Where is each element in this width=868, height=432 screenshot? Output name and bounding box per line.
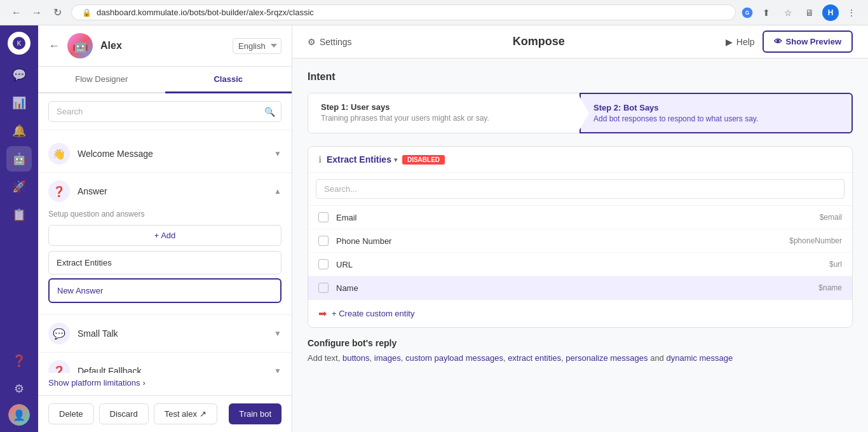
entity-name-item: Name $name bbox=[308, 276, 852, 299]
create-custom-entity-btn[interactable]: ➡ + Create custom entity bbox=[308, 299, 852, 327]
steps-bar: Step 1: User says Training phrases that … bbox=[308, 93, 853, 133]
sidebar-bot-icon[interactable]: 🤖 bbox=[6, 146, 32, 172]
answer-subtitle: Setup question and answers bbox=[48, 210, 281, 219]
default-fallback-section: ❓ Default Fallback ▼ bbox=[38, 353, 292, 373]
discard-button[interactable]: Discard bbox=[99, 403, 149, 424]
buttons-link[interactable]: buttons bbox=[342, 353, 370, 363]
small-talk-chevron-icon: ▼ bbox=[274, 329, 281, 338]
sidebar-chat-icon[interactable]: 💬 bbox=[6, 62, 32, 88]
answer-chevron-icon: ▲ bbox=[274, 187, 281, 196]
step1-title: Step 1: User says bbox=[321, 102, 566, 112]
extract-entities-item[interactable]: Extract Entities bbox=[48, 251, 281, 274]
star-button[interactable]: ☆ bbox=[779, 4, 797, 22]
search-icon[interactable]: 🔍 bbox=[264, 107, 275, 117]
back-button[interactable]: ← bbox=[48, 39, 60, 53]
settings-button[interactable]: ⚙ Settings bbox=[308, 37, 352, 47]
fallback-header[interactable]: ❓ Default Fallback ▼ bbox=[38, 353, 292, 373]
show-platform-link[interactable]: Show platform limitations › bbox=[48, 378, 281, 388]
step1-desc: Training phrases that your users might a… bbox=[321, 114, 566, 123]
url-text: dashboard.kommulate.io/bots/bot-builder/… bbox=[97, 8, 314, 17]
entity-url-var: $url bbox=[829, 260, 842, 269]
extract-entities-link[interactable]: extract entities bbox=[508, 353, 561, 363]
personalize-link[interactable]: personalize messages bbox=[566, 353, 648, 363]
back-nav-button[interactable]: ← bbox=[8, 4, 25, 22]
entity-email-var: $email bbox=[820, 213, 842, 222]
answer-icon: ❓ bbox=[48, 180, 70, 202]
sidebar-bottom: ❓ ⚙ 👤 bbox=[6, 348, 32, 426]
search-input[interactable] bbox=[48, 101, 281, 122]
step2-title: Step 2: Bot Says bbox=[593, 103, 839, 112]
small-talk-section: 💬 Small Talk ▼ bbox=[38, 315, 292, 353]
sidebar-user-avatar[interactable]: 👤 bbox=[8, 404, 30, 426]
welcome-message-section: 👋 Welcome Message ▼ bbox=[38, 135, 292, 173]
bot-avatar: 🤖 bbox=[67, 33, 93, 58]
entity-name-var: $name bbox=[818, 283, 842, 292]
share-button[interactable]: ⬆ bbox=[757, 4, 775, 22]
sidebar-footer: Delete Discard Test alex ↗ Train bot bbox=[38, 395, 292, 432]
answer-label: Answer bbox=[78, 186, 266, 196]
settings-gear-icon: ⚙ bbox=[308, 37, 316, 47]
entity-url-name: URL bbox=[336, 260, 822, 269]
menu-button[interactable]: ⋮ bbox=[843, 4, 860, 22]
custom-payload-link[interactable]: custom payload messages bbox=[405, 353, 503, 363]
reload-nav-button[interactable]: ↻ bbox=[48, 4, 66, 22]
entity-phone-checkbox[interactable] bbox=[318, 236, 329, 246]
bot-sidebar: ← 🤖 Alex English Flow Designer Classic 🔍… bbox=[38, 25, 292, 432]
test-button[interactable]: Test alex ↗ bbox=[154, 403, 217, 424]
help-button[interactable]: ▶ Help bbox=[726, 37, 755, 47]
entity-email-name: Email bbox=[336, 213, 812, 222]
entity-phone-var: $phoneNumber bbox=[789, 236, 842, 245]
settings-label: Settings bbox=[320, 37, 352, 47]
answer-section: ❓ Answer ▲ Setup question and answers + … bbox=[38, 173, 292, 315]
desktop-button[interactable]: 🖥 bbox=[801, 4, 818, 22]
tab-flow-designer[interactable]: Flow Designer bbox=[38, 67, 165, 93]
forward-nav-button[interactable]: → bbox=[28, 4, 46, 22]
step2-desc: Add bot responses to respond to what use… bbox=[593, 114, 839, 123]
dynamic-message-link[interactable]: dynamic message bbox=[666, 353, 733, 363]
answer-section-header[interactable]: ❓ Answer ▲ bbox=[38, 173, 292, 210]
sidebar-chart-icon[interactable]: 📊 bbox=[6, 90, 32, 116]
entity-email-checkbox[interactable] bbox=[318, 212, 329, 222]
entity-name-checkbox[interactable] bbox=[318, 283, 329, 293]
entity-search-box bbox=[308, 173, 852, 206]
sidebar-notification-icon[interactable]: 🔔 bbox=[6, 118, 32, 144]
configure-reply-title: Configure bot's reply bbox=[308, 338, 853, 348]
disabled-badge: DISABLED bbox=[402, 155, 445, 165]
show-platform-limitations: Show platform limitations › bbox=[38, 373, 292, 395]
extract-entities-title[interactable]: Extract Entities ▾ bbox=[327, 154, 397, 165]
chevron-right-icon: › bbox=[143, 378, 146, 388]
sidebar-help-icon[interactable]: ❓ bbox=[6, 348, 32, 374]
lock-icon: 🔒 bbox=[82, 8, 92, 17]
bot-name: Alex bbox=[100, 40, 122, 51]
app-logo[interactable]: K bbox=[8, 32, 31, 55]
step2-box[interactable]: Step 2: Bot Says Add bot responses to re… bbox=[580, 93, 853, 133]
sidebar-campaigns-icon[interactable]: 🚀 bbox=[6, 174, 32, 199]
sidebar-settings-icon[interactable]: ⚙ bbox=[6, 376, 32, 402]
browser-user-avatar[interactable]: H bbox=[822, 4, 839, 21]
small-talk-icon: 💬 bbox=[48, 323, 70, 344]
main-content: ⚙ Settings Kompose ▶ Help 👁 Show Preview… bbox=[292, 25, 868, 432]
welcome-message-header[interactable]: 👋 Welcome Message ▼ bbox=[38, 135, 292, 172]
create-custom-entity-label: + Create custom entity bbox=[332, 309, 414, 318]
show-platform-text: Show platform limitations bbox=[48, 378, 140, 388]
show-preview-button[interactable]: 👁 Show Preview bbox=[763, 30, 853, 53]
add-intent-button[interactable]: + Add bbox=[48, 225, 281, 246]
intent-items: Extract Entities New Answer bbox=[48, 251, 281, 303]
images-link[interactable]: images bbox=[374, 353, 401, 363]
extract-entities-label: Extract Entities bbox=[327, 154, 391, 165]
new-answer-item[interactable]: New Answer bbox=[48, 278, 281, 303]
info-icon[interactable]: ℹ bbox=[318, 154, 322, 165]
answer-section-body: Setup question and answers + Add Extract… bbox=[38, 210, 292, 314]
language-select[interactable]: English bbox=[233, 38, 281, 54]
delete-button[interactable]: Delete bbox=[48, 403, 94, 424]
small-talk-header[interactable]: 💬 Small Talk ▼ bbox=[38, 315, 292, 352]
entity-phone-item: Phone Number $phoneNumber bbox=[308, 229, 852, 253]
main-body: Intent Step 1: User says Training phrase… bbox=[292, 58, 868, 432]
sidebar-reports-icon[interactable]: 📋 bbox=[6, 202, 32, 227]
tab-classic[interactable]: Classic bbox=[165, 67, 292, 93]
intent-label: Intent bbox=[308, 71, 853, 83]
entity-search-input[interactable] bbox=[316, 179, 844, 199]
train-bot-button[interactable]: Train bot bbox=[229, 403, 281, 424]
entity-url-checkbox[interactable] bbox=[318, 259, 329, 269]
address-bar[interactable]: 🔒 dashboard.kommulate.io/bots/bot-builde… bbox=[71, 4, 736, 20]
